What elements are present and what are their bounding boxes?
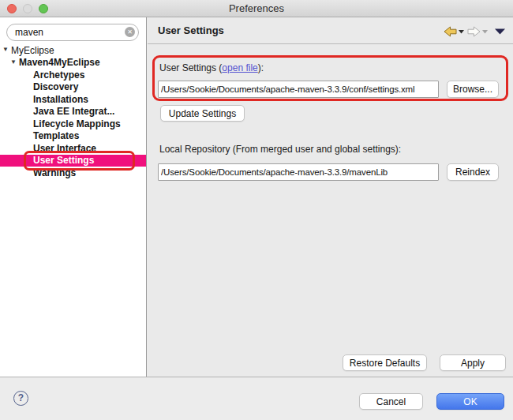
user-settings-path-input[interactable] — [158, 81, 439, 98]
chevron-down-icon[interactable]: ▼ — [10, 58, 19, 66]
preferences-tree: ▼ MyEclipse ▼ Maven4MyEclipse Archetypes… — [0, 44, 146, 179]
sidebar-item-maven4myeclipse[interactable]: ▼ Maven4MyEclipse — [0, 57, 146, 69]
tree-item-label: Installations — [33, 94, 88, 105]
tree-item-label: Lifecycle Mappings — [33, 118, 121, 129]
tree-item-label: Warnings — [33, 167, 76, 178]
preferences-sidebar: ✕ ▼ MyEclipse ▼ Maven4MyEclipse Archetyp… — [0, 17, 147, 377]
tree-item-label: Templates — [33, 130, 79, 141]
back-arrow-icon[interactable] — [444, 26, 457, 37]
restore-defaults-button[interactable]: Restore Defaults — [343, 354, 427, 371]
sidebar-item-archetypes[interactable]: Archetypes — [0, 69, 146, 81]
window-title: Preferences — [0, 2, 513, 14]
chevron-down-icon[interactable]: ▼ — [2, 46, 11, 53]
sidebar-item-user-settings[interactable]: User Settings — [0, 155, 146, 167]
apply-button[interactable]: Apply — [440, 354, 506, 371]
cancel-button[interactable]: Cancel — [359, 393, 423, 410]
user-settings-panel: User Settings — [148, 17, 513, 377]
tree-item-label: User Settings — [33, 155, 94, 166]
sidebar-item-java-ee-integration[interactable]: Java EE Integrat... — [0, 106, 146, 118]
label-text: ): — [258, 62, 264, 73]
tree-item-label: Archetypes — [33, 69, 84, 81]
update-settings-button[interactable]: Update Settings — [160, 105, 245, 122]
tree-item-label: Maven4MyEclipse — [19, 57, 100, 68]
tree-item-label: MyEclipse — [11, 45, 54, 56]
view-menu-icon[interactable] — [495, 28, 505, 35]
tree-item-label: Discovery — [33, 81, 78, 92]
ok-button[interactable]: OK — [436, 393, 504, 410]
help-icon[interactable]: ? — [13, 391, 28, 406]
page-title: User Settings — [158, 24, 224, 36]
dialog-footer: ? Cancel OK — [0, 377, 513, 420]
sidebar-item-myeclipse[interactable]: ▼ MyEclipse — [0, 44, 146, 57]
filter-search-input[interactable] — [6, 24, 139, 41]
sidebar-item-discovery[interactable]: Discovery — [0, 81, 146, 94]
back-history-dropdown-icon[interactable] — [459, 30, 464, 34]
sidebar-item-user-interface[interactable]: User Interface — [0, 142, 146, 155]
title-bar: Preferences — [0, 0, 513, 17]
tree-item-label: User Interface — [33, 143, 96, 154]
sidebar-item-installations[interactable]: Installations — [0, 93, 146, 106]
tree-item-label: Java EE Integrat... — [33, 106, 114, 117]
open-file-link[interactable]: open file — [222, 62, 257, 73]
forward-history-dropdown-icon — [482, 30, 488, 34]
clear-search-icon[interactable]: ✕ — [125, 27, 135, 37]
sidebar-item-templates[interactable]: Templates — [0, 130, 146, 143]
sidebar-item-lifecycle-mappings[interactable]: Lifecycle Mappings — [0, 118, 146, 130]
local-repository-label: Local Repository (From merged user and g… — [159, 144, 401, 155]
user-settings-label: User Settings (open file): — [159, 62, 264, 73]
local-repository-path-input[interactable] — [158, 163, 439, 181]
label-text: User Settings ( — [159, 62, 222, 73]
reindex-button[interactable]: Reindex — [447, 163, 499, 181]
browse-button[interactable]: Browse... — [447, 81, 499, 98]
sidebar-item-warnings[interactable]: Warnings — [0, 167, 146, 179]
header-divider — [148, 43, 513, 44]
preferences-window: Preferences ✕ ▼ MyEclipse ▼ Maven4MyEcli… — [0, 0, 513, 420]
forward-arrow-icon — [467, 26, 481, 37]
